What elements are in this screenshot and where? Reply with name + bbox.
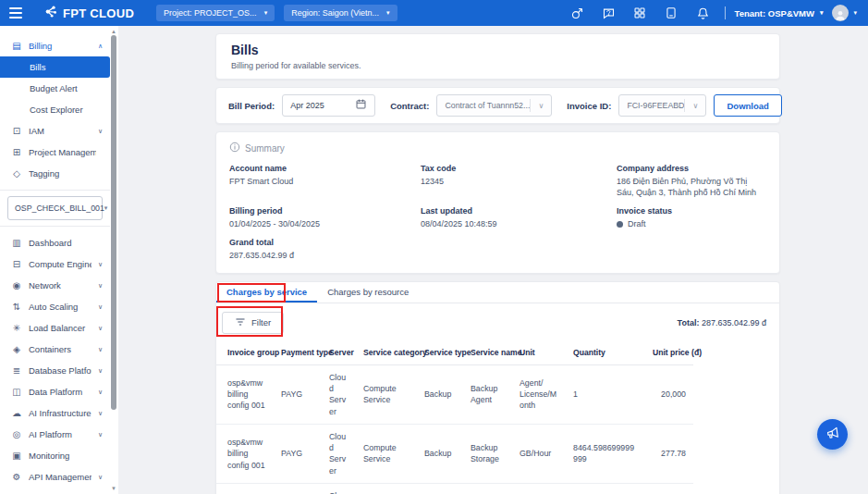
invoice-id-select[interactable]: FCI-96FEEABD ∨ [618,94,706,117]
sidebar-item-label: Bills [30,62,45,72]
header-divider [725,6,726,19]
sidebar-project-select[interactable]: OSP_CHECK_BILL_001 ▾ [7,196,103,220]
user-menu[interactable]: ▾ [832,5,857,21]
filter-icon [235,316,246,329]
sidebar-item-label: Containers [29,344,92,354]
chevron-down-icon: ▾ [820,9,824,17]
invoice-id-select-value: FCI-96FEEABD [619,101,684,110]
sidebar-item-billing[interactable]: ▤ Billing ∧ [0,35,110,56]
sidebar-item-icon: ✳ [11,323,22,333]
sidebar-item-icon: ◎ [11,429,22,439]
sidebar-item[interactable]: ⊟ Compute Engine ∨ [0,253,110,275]
region-selector[interactable]: Region: Saigon (Vietn... ▾ [284,5,397,21]
col-unit: Unit [512,340,566,365]
sidebar-item-budget-alert[interactable]: Budget Alert [0,78,110,99]
cell-service-type: CPU [417,484,463,494]
scroll-up-icon[interactable]: ▲ [110,28,117,35]
calendar-icon[interactable] [355,97,367,114]
tab-charges-by-service[interactable]: Charges by service [216,282,317,303]
sidebar-item[interactable]: ≣ Database Platform ∨ [0,360,110,381]
cell-server: Cloud Server [322,364,356,424]
sidebar-item[interactable]: ▣ Monitoring [0,445,110,466]
docs-icon[interactable] [665,6,679,20]
chevron-down-icon: ▾ [386,9,390,17]
sidebar-item[interactable]: ∞ DevOps ∨ [0,488,110,494]
filter-button[interactable]: Filter [222,312,284,334]
app-window: FPT CLOUD Project: PROJECT_OS... ▾ Regio… [0,0,868,494]
chevron-up-icon: ∧ [98,43,103,50]
sidebar-item[interactable]: ◎ AI Platform ∨ [0,424,110,445]
project-selector[interactable]: Project: PROJECT_OS... ▾ [156,5,275,21]
col-unit-price: Unit price (đ) [645,340,693,365]
sidebar-scrollbar[interactable]: ▲ ▼ [110,26,117,494]
feedback-button[interactable] [817,419,848,450]
total-value: 287.635.042.99 đ [702,318,766,327]
cell-unit-price: 277.78 [645,424,693,483]
sidebar-item[interactable]: ☁ AI Infrastructure ∨ [0,402,110,424]
contract-select[interactable]: Contract of Tuannn52... ∨ [436,94,552,117]
sidebar-item-icon: ◈ [11,344,22,354]
sidebar-item[interactable]: ✳ Load Balancer ∨ [0,317,110,339]
info-icon [229,142,240,154]
chevron-down-icon: ∨ [98,431,103,438]
cell-payment-type: PAYG [274,484,322,494]
sidebar-item[interactable]: ▥ Dashboard [0,232,110,253]
cell-unit-price: 1,388.89 [645,484,693,494]
contract-select-value: Contract of Tuannn52... [437,101,530,110]
sidebar-item[interactable]: ⇅ Auto Scaling ∨ [0,296,110,317]
sidebar-item-cost-explorer[interactable]: Cost Explorer [0,99,110,120]
chevron-down-icon: ∨ [531,102,551,110]
sidebar-item-icon: ▣ [11,451,22,461]
sidebar-item-bills[interactable]: Bills [0,56,110,78]
cell-service-type: Backup [417,364,463,424]
summary-field-account-name: Account name FPT Smart Cloud [229,164,411,198]
sidebar-item[interactable]: ◉ Network ∨ [0,275,110,296]
sidebar-item[interactable]: ◫ Data Platform ∨ [0,381,110,402]
tenant-selector[interactable]: Tenant: OSP&VMW ▾ [735,8,824,19]
bill-period-label: Bill Period: [228,101,275,111]
download-button[interactable]: Download [714,94,781,117]
sidebar-item[interactable]: ⚙ API Management ∨ [0,466,110,488]
chevron-down-icon: ▾ [104,204,108,212]
cell-unit: GB/Hour [512,424,566,483]
sidebar-item-icon: ◉ [11,280,22,290]
page-title: Bills [231,43,764,57]
sidebar-item-label: Database Platform [29,365,92,376]
sidebar-item-label: Dashboard [29,238,96,248]
sidebar-item[interactable]: ⊞ Project Management [0,142,110,163]
sidebar-item[interactable]: ◈ Containers ∨ [0,339,110,360]
cell-quantity: 8464.598699999999 [566,424,645,483]
table-row: osp&vmw billing config 001 PAYG Cloud Se… [216,484,693,494]
filter-button-label: Filter [251,317,271,327]
apps-grid-icon[interactable] [633,6,647,20]
support-chat-icon[interactable] [602,6,616,20]
top-header: FPT CLOUD Project: PROJECT_OS... ▾ Regio… [0,0,868,26]
invoice-id-label: Invoice ID: [567,101,611,111]
col-payment-type: Payment type [274,340,322,365]
cell-payment-type: PAYG [274,424,322,483]
charges-total: Total: 287.635.042.99 đ [678,318,766,327]
sidebar-item-label: Load Balancer [29,323,92,333]
chevron-down-icon: ∨ [98,128,103,135]
sidebar-item[interactable]: ◇ Tagging [0,163,110,184]
cell-service-type: Backup [417,424,463,483]
explore-icon[interactable] [570,6,584,20]
scroll-down-icon[interactable]: ▼ [110,485,117,492]
sidebar-item-icon: ⊟ [11,259,22,269]
hamburger-menu-icon[interactable] [9,7,22,19]
sidebar-item-icon: ⊡ [11,126,22,136]
sidebar-bottom-group: ▥ Dashboard ⊟ Compute Engine ∨ ◉ Network [0,232,110,494]
cell-quantity: 1208 [566,484,645,494]
tab-charges-by-resource[interactable]: Charges by resource [317,282,419,303]
table-body: osp&vmw billing config 001 PAYG Cloud Se… [216,364,693,494]
bill-period-input[interactable] [282,94,375,117]
table-row: osp&vmw billing config 001 PAYG Cloud Se… [216,424,693,483]
bill-period-value[interactable] [290,101,355,110]
notifications-bell-icon[interactable] [696,6,710,20]
sidebar-item-label: IAM [29,126,92,136]
sidebar-item[interactable]: ⊡ IAM ∨ [0,120,110,142]
sidebar-item-label: Billing [29,41,92,51]
chevron-down-icon: ∨ [98,367,103,375]
scrollbar-thumb[interactable] [111,35,116,410]
charges-toolbar: Filter Total: 287.635.042.99 đ [216,303,779,340]
